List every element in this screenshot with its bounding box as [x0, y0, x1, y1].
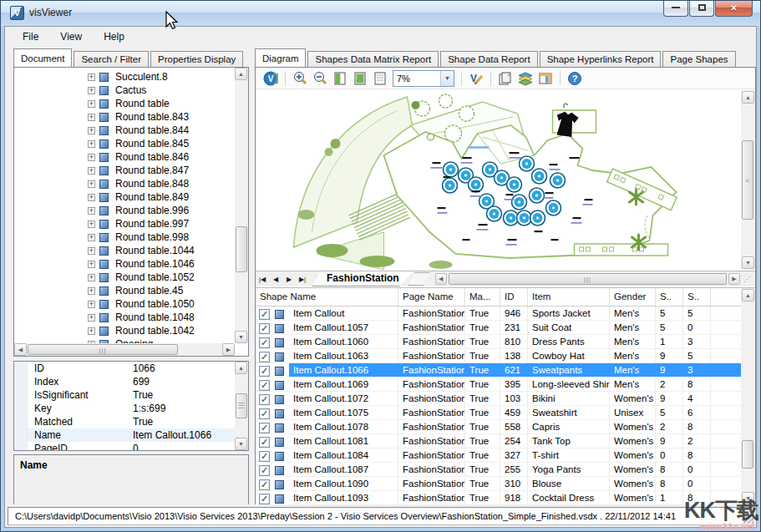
- scroll-down-icon[interactable]: ▼: [235, 438, 247, 450]
- expand-icon[interactable]: +: [88, 194, 95, 201]
- expand-icon[interactable]: +: [88, 274, 95, 281]
- column-shape-name[interactable]: Shape Name: [256, 288, 398, 306]
- column-s1[interactable]: S..: [656, 288, 683, 306]
- table-row[interactable]: ✓ Item Callout FashionStation True 946 S…: [256, 307, 741, 321]
- expand-icon[interactable]: +: [88, 180, 95, 188]
- expand-icon[interactable]: +: [88, 207, 95, 215]
- row-checkbox[interactable]: ✓: [259, 437, 270, 448]
- table-row[interactable]: ✓ Item Callout.1081 FashionStation True …: [256, 434, 741, 448]
- scroll-up-icon[interactable]: ▲: [742, 289, 754, 301]
- row-checkbox[interactable]: ✓: [259, 451, 270, 462]
- title-bar[interactable]: V visViewer ✕: [1, 1, 760, 26]
- property-row[interactable]: Key 1:s:699: [14, 402, 248, 415]
- row-checkbox[interactable]: ✓: [259, 337, 270, 348]
- row-checkbox[interactable]: ✓: [259, 494, 270, 504]
- tree-item[interactable]: + Round table: [14, 97, 234, 110]
- tab-shape-hyperlinks-report[interactable]: Shape Hyperlinks Report: [540, 51, 662, 67]
- row-checkbox[interactable]: ✓: [259, 323, 270, 334]
- row-checkbox[interactable]: ✓: [259, 408, 270, 419]
- expand-icon[interactable]: +: [88, 73, 95, 81]
- tree-item[interactable]: + Round table.1052: [14, 271, 234, 284]
- row-checkbox[interactable]: ✓: [259, 309, 270, 320]
- expand-icon[interactable]: +: [88, 247, 95, 255]
- property-value[interactable]: 0: [129, 442, 248, 451]
- table-row[interactable]: ✓ Item Callout.1060 FashionStation True …: [256, 335, 741, 349]
- expand-icon[interactable]: +: [88, 87, 95, 94]
- grid-vscroll-thumb[interactable]: [742, 440, 753, 469]
- scroll-up-icon[interactable]: ▲: [742, 91, 754, 104]
- row-checkbox[interactable]: ✓: [259, 352, 270, 362]
- strip-resize-grip[interactable]: ⋰: [743, 275, 755, 283]
- expand-icon[interactable]: +: [88, 287, 95, 295]
- table-row[interactable]: ✓ Item Callout.1078 FashionStation True …: [256, 420, 741, 434]
- table-row[interactable]: ✓ Item Callout.1093 FashionStation True …: [256, 491, 741, 505]
- maximize-button[interactable]: [689, 1, 714, 17]
- column-id[interactable]: ID: [500, 288, 528, 306]
- expand-icon[interactable]: +: [88, 127, 95, 134]
- prop-vscroll-thumb[interactable]: |||: [236, 393, 247, 418]
- zoom-out-icon[interactable]: [311, 70, 329, 87]
- column-page-name[interactable]: Page Name: [398, 288, 465, 306]
- tree-item[interactable]: + Round table.843: [14, 110, 234, 124]
- scroll-right-icon[interactable]: ▶: [728, 273, 740, 285]
- zoom-level-select[interactable]: 7% ▼: [393, 70, 454, 87]
- table-row[interactable]: ✓ Item Callout.1075 FashionStation True …: [256, 406, 741, 420]
- diagram-vertical-scrollbar[interactable]: ▲ ≡ ▼: [741, 90, 755, 270]
- visio-viewer-icon[interactable]: V: [261, 70, 280, 87]
- expand-icon[interactable]: +: [88, 234, 95, 241]
- expand-icon[interactable]: +: [88, 100, 95, 108]
- tree-item[interactable]: + Round table.847: [14, 164, 234, 177]
- grid-vertical-scrollbar[interactable]: ▲ ▼: [741, 288, 755, 505]
- property-row[interactable]: Matched True: [14, 415, 248, 428]
- expand-icon[interactable]: +: [88, 327, 95, 335]
- close-button[interactable]: ✕: [715, 1, 753, 17]
- tab-shapes-data-matrix-report[interactable]: Shapes Data Matrix Report: [307, 51, 439, 67]
- expand-icon[interactable]: +: [88, 140, 95, 148]
- tree-item[interactable]: + Opening: [14, 337, 234, 343]
- tab-shape-data-report[interactable]: Shape Data Report: [440, 51, 537, 67]
- tree-item[interactable]: + Round table.45: [14, 284, 234, 297]
- diagram-vscroll-thumb[interactable]: ≡: [742, 140, 753, 220]
- expand-icon[interactable]: +: [88, 114, 95, 121]
- last-page-button[interactable]: ▶|: [296, 273, 309, 286]
- scroll-down-icon[interactable]: ▼: [235, 331, 247, 343]
- expand-icon[interactable]: +: [88, 167, 95, 175]
- next-page-button[interactable]: ▶: [282, 273, 296, 286]
- minimize-button[interactable]: [663, 1, 688, 17]
- tree-item[interactable]: + Round table.1044: [14, 244, 234, 257]
- tree-item[interactable]: + Cactus: [14, 84, 234, 97]
- row-checkbox[interactable]: ✓: [259, 366, 270, 377]
- resize-grip[interactable]: [743, 514, 753, 524]
- tab-properties-display[interactable]: Properties Display: [150, 51, 243, 67]
- property-row[interactable]: PageID 0: [14, 442, 248, 451]
- table-row[interactable]: ✓ Item Callout.1087 FashionStation True …: [256, 463, 741, 477]
- scroll-up-icon[interactable]: ▲: [235, 68, 247, 80]
- column-gender[interactable]: Gender: [610, 288, 656, 306]
- scroll-left-icon[interactable]: ◀: [14, 343, 27, 356]
- fit-page-width-icon[interactable]: [331, 70, 349, 87]
- tab-page-shapes[interactable]: Page Shapes: [662, 51, 735, 67]
- actual-size-icon[interactable]: [371, 70, 389, 87]
- tree-item[interactable]: + Round table.997: [14, 217, 234, 231]
- table-row[interactable]: ✓ Item Callout.1057 FashionStation True …: [256, 321, 741, 335]
- diagram-canvas[interactable]: [256, 90, 743, 270]
- tree-item[interactable]: + Round table.849: [14, 190, 234, 204]
- property-row[interactable]: Name Item Callout.1066: [14, 428, 248, 442]
- tree-item[interactable]: + Round table.1042: [14, 324, 234, 337]
- expand-icon[interactable]: +: [88, 301, 95, 308]
- fit-page-icon[interactable]: [351, 70, 369, 87]
- tree-item[interactable]: + Round table.1046: [14, 257, 234, 271]
- expand-icon[interactable]: +: [88, 261, 95, 268]
- tab-document[interactable]: Document: [13, 48, 72, 67]
- layers-icon[interactable]: [516, 70, 535, 87]
- zoom-in-icon[interactable]: [291, 70, 309, 87]
- page-horizontal-scrollbar[interactable]: ◀ ||| ▶: [435, 272, 740, 286]
- expand-icon[interactable]: +: [88, 154, 95, 161]
- table-row[interactable]: ✓ Item Callout.1066 FashionStation True …: [256, 363, 741, 377]
- property-value[interactable]: True: [129, 388, 248, 402]
- tree-item[interactable]: + Round table.845: [14, 137, 234, 150]
- expand-icon[interactable]: +: [88, 314, 95, 322]
- property-row[interactable]: Index 699: [14, 375, 248, 388]
- row-checkbox[interactable]: ✓: [259, 380, 270, 391]
- expand-icon[interactable]: +: [88, 220, 95, 228]
